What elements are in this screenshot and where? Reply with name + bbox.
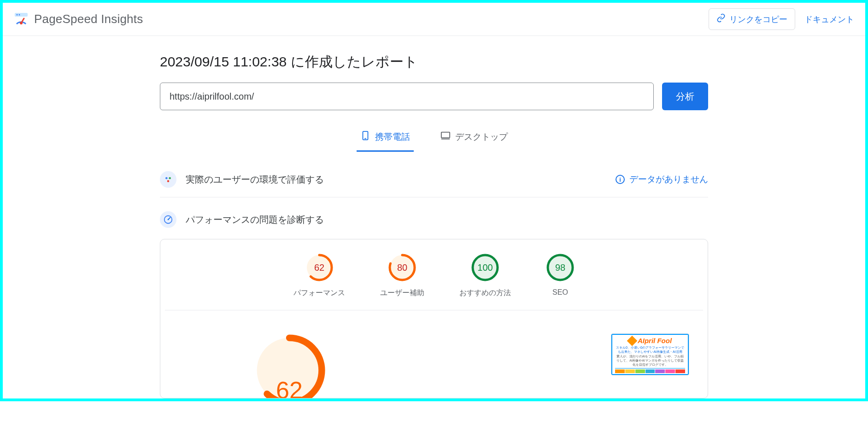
score-circle: 98 (546, 253, 575, 282)
copy-link-button[interactable]: リンクをコピー (709, 8, 795, 30)
score-value: 80 (388, 253, 416, 282)
header-left: PageSpeed Insights (14, 12, 143, 27)
score-value: 100 (471, 253, 499, 282)
score-label: パフォーマンス (293, 288, 345, 298)
report-title: 2023/09/15 11:02:38 に作成したレポート (160, 53, 708, 71)
app-header: PageSpeed Insights リンクをコピー ドキュメント (3, 3, 865, 36)
analyze-button[interactable]: 分析 (662, 83, 708, 110)
score-circle: 62 (305, 253, 334, 282)
scores-row: 62 パフォーマンス 80 ユーザー補助 100 おすすめの方法 98 (165, 253, 703, 310)
svg-point-9 (169, 177, 171, 179)
thumb-subtitle: スキル0、小遣い0のアラフォーサラリーマンでも出来た、マネしやすいAI画像生成・… (615, 345, 685, 354)
score-circle: 80 (388, 253, 416, 282)
performance-big-gauge: 62 (252, 333, 326, 398)
thumb-graytext: 素人が、流行りのAIをフル活用、いや、フル頼りして、AI画像やAIマンガを作った… (615, 355, 685, 369)
url-input-row: 分析 (160, 83, 708, 110)
product-name: PageSpeed Insights (34, 12, 143, 26)
real-user-left: 実際のユーザーの環境で評価する (160, 171, 324, 188)
big-score-value: 62 (276, 376, 303, 398)
score-value: 62 (305, 253, 334, 282)
thumb-title: AIpril Fool (638, 337, 672, 345)
thumb-title-row: AIpril Fool (628, 337, 672, 345)
mobile-icon (360, 131, 370, 143)
report-card: 62 パフォーマンス 80 ユーザー補助 100 おすすめの方法 98 (160, 239, 708, 398)
diagnose-title: パフォーマンスの問題を診断する (186, 214, 324, 226)
svg-point-12 (168, 219, 169, 220)
score-item[interactable]: 80 ユーザー補助 (380, 253, 424, 298)
copy-link-label: リンクをコピー (729, 14, 787, 25)
score-circle: 100 (471, 253, 499, 282)
svg-point-1 (17, 14, 18, 15)
svg-point-10 (167, 180, 170, 182)
no-data-link[interactable]: i データがありません (616, 173, 708, 185)
score-item[interactable]: 100 おすすめの方法 (459, 253, 511, 298)
detail-row: 62 AIpril Fool スキル0、小遣い0のアラフォーサラリーマンでも出来… (160, 310, 708, 398)
tab-mobile[interactable]: 携帯電話 (357, 124, 414, 152)
svg-point-8 (165, 177, 168, 179)
score-value: 98 (546, 253, 575, 282)
gauge-icon (160, 211, 176, 228)
pagespeed-logo-icon (14, 12, 29, 27)
real-user-title: 実際のユーザーの環境で評価する (186, 173, 324, 186)
score-label: SEO (552, 288, 568, 297)
page-thumbnail: AIpril Fool スキル0、小遣い0のアラフォーサラリーマンでも出来た、マ… (611, 333, 689, 375)
url-input[interactable] (160, 83, 654, 110)
desktop-icon (440, 131, 451, 143)
link-icon (716, 13, 726, 25)
score-item[interactable]: 98 SEO (546, 253, 575, 298)
tab-desktop-label: デスクトップ (455, 131, 508, 143)
real-user-section: 実際のユーザーの環境で評価する i データがありません (160, 166, 708, 197)
documentation-link[interactable]: ドキュメント (804, 14, 854, 25)
diagnose-section-heading: パフォーマンスの問題を診断する (160, 211, 708, 228)
svg-rect-6 (441, 132, 450, 138)
no-data-label: データがありません (629, 173, 708, 185)
diamond-icon (627, 335, 638, 346)
users-icon (160, 171, 176, 188)
score-label: おすすめの方法 (459, 288, 511, 298)
info-icon: i (616, 175, 625, 184)
svg-point-2 (19, 14, 20, 15)
header-right: リンクをコピー ドキュメント (709, 8, 854, 30)
device-tabs: 携帯電話 デスクトップ (160, 124, 708, 152)
score-label: ユーザー補助 (380, 288, 424, 298)
score-item[interactable]: 62 パフォーマンス (293, 253, 345, 298)
tab-mobile-label: 携帯電話 (375, 131, 410, 143)
thumb-color-bar (615, 369, 685, 373)
main-content: 2023/09/15 11:02:38 に作成したレポート 分析 携帯電話 デス… (160, 36, 708, 398)
tab-desktop[interactable]: デスクトップ (437, 124, 511, 152)
svg-point-3 (20, 22, 23, 24)
